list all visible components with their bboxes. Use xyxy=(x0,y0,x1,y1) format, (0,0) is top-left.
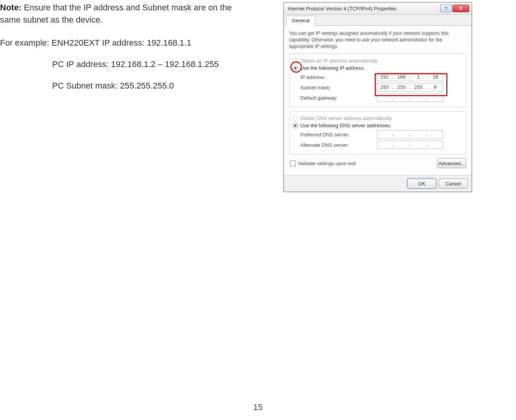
red-circle-annotation xyxy=(290,61,302,73)
example-line-1: For example: ENH220EXT IP address: 192.1… xyxy=(0,37,241,49)
validate-settings-label: Validate settings upon exit xyxy=(298,161,356,166)
advanced-button[interactable]: Advanced... xyxy=(437,158,466,168)
ip-address-label: IP address: xyxy=(300,74,377,80)
alternate-dns-input[interactable]: . . . xyxy=(377,141,443,149)
alternate-dns-label: Alternate DNS server: xyxy=(300,142,377,148)
validate-settings-row[interactable]: Validate settings upon exit Advanced... xyxy=(290,158,466,168)
tab-general[interactable]: General xyxy=(286,16,315,26)
page-number: 15 xyxy=(0,402,516,412)
radio-manual-ip-label: Use the following IP address: xyxy=(300,65,365,71)
example-prefix: For example: xyxy=(0,38,52,48)
close-button[interactable]: X xyxy=(452,5,469,12)
preferred-dns-row: Preferred DNS server: . . . xyxy=(293,130,463,139)
close-icon: X xyxy=(459,6,462,11)
radio-obtain-dns-auto[interactable]: Obtain DNS server address automatically xyxy=(293,115,463,121)
help-icon: ? xyxy=(444,6,447,11)
subnet-mask-label: Subnet mask: xyxy=(300,85,377,90)
dns-settings-group: Obtain DNS server address automatically … xyxy=(289,111,466,154)
description-text: You can get IP settings assigned automat… xyxy=(289,30,466,50)
radio-manual-dns-label: Use the following DNS server addresses: xyxy=(300,123,391,128)
tcpip-properties-dialog: Internet Protocol Version 4 (TCP/IPv4) P… xyxy=(283,2,472,192)
note-label: Note: xyxy=(0,3,21,12)
titlebar[interactable]: Internet Protocol Version 4 (TCP/IPv4) P… xyxy=(284,3,472,15)
radio-use-following-dns[interactable]: Use the following DNS server addresses: xyxy=(293,123,463,128)
note-text: Note: Ensure that the IP address and Sub… xyxy=(0,2,241,26)
radio-icon xyxy=(293,123,298,128)
ok-button[interactable]: OK xyxy=(407,179,436,189)
ip-settings-group: Obtain an IP address automatically Use t… xyxy=(289,54,466,107)
radio-auto-ip-label: Obtain an IP address automatically xyxy=(300,58,377,64)
preferred-dns-label: Preferred DNS server: xyxy=(300,132,377,138)
example-line-2: PC IP address: 192.168.1.2 – 192.168.1.2… xyxy=(52,58,241,71)
default-gateway-label: Default gateway: xyxy=(300,95,377,101)
preferred-dns-input[interactable]: . . . xyxy=(377,130,443,139)
cancel-button[interactable]: Cancel xyxy=(439,179,468,189)
example-line-3: PC Subnet mask: 255.255.255.0 xyxy=(52,80,241,92)
tab-row: General xyxy=(284,15,472,26)
dialog-button-row: OK Cancel xyxy=(284,175,472,192)
note-body: Ensure that the IP address and Subnet ma… xyxy=(0,3,232,25)
alternate-dns-row: Alternate DNS server: . . . xyxy=(293,141,463,149)
example-text-1: ENH220EXT IP address: 192.168.1.1 xyxy=(52,38,192,48)
help-button[interactable]: ? xyxy=(440,5,452,12)
radio-use-following-ip[interactable]: Use the following IP address: xyxy=(293,65,463,71)
radio-obtain-ip-auto[interactable]: Obtain an IP address automatically xyxy=(293,58,463,64)
red-box-annotation xyxy=(375,73,447,96)
window-title: Internet Protocol Version 4 (TCP/IPv4) P… xyxy=(288,6,440,11)
radio-auto-dns-label: Obtain DNS server address automatically xyxy=(300,115,392,121)
checkbox-icon xyxy=(290,161,296,166)
radio-icon xyxy=(293,116,298,121)
